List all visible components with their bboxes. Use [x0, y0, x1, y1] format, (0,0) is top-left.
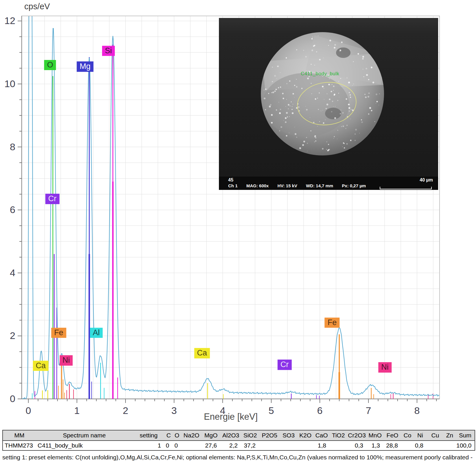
y-tick-label: 8	[10, 141, 15, 152]
table-cell-SiO2: 37,2	[241, 441, 259, 450]
element-label-Ni: Ni	[378, 362, 392, 373]
y-axis-unit-label: cps/eV	[24, 2, 50, 11]
element-label-Fe: Fe	[51, 328, 66, 338]
table-cell-Al2O3: 2,2	[220, 441, 241, 450]
y-tick-label: 6	[10, 204, 15, 215]
table-header-Ni: Ni	[414, 430, 427, 441]
table-cell-K2O	[297, 441, 313, 450]
table-header-MnO: MnO	[367, 430, 383, 441]
table-header-SiO2: SiO2	[241, 430, 259, 441]
table-cell-setting: 1	[133, 441, 165, 450]
table-cell-SO3	[280, 441, 297, 450]
table-cell-Ni: 0,8	[414, 441, 427, 450]
table-header-setting: setting	[133, 430, 165, 441]
element-label-Cr: Cr	[45, 194, 60, 204]
sem-annotation-label: C411_body_bulk	[301, 71, 339, 77]
element-label-Al: Al	[90, 328, 103, 338]
table-cell-MM: THMM273	[3, 441, 36, 450]
y-tick-label: 2	[10, 330, 15, 341]
element-label-Mg: Mg	[77, 61, 93, 72]
table-cell-Spectrum name: C411_body_bulk	[36, 441, 133, 450]
table-header-Na2O: Na2O	[181, 430, 202, 441]
sem-working-distance: WD: 14,7 mm	[306, 183, 333, 188]
table-header-FeO: FeO	[383, 430, 401, 441]
y-tick-label: 4	[10, 267, 15, 278]
table-cell-CaO: 1,8	[313, 441, 330, 450]
scale-bar-label: 40 µm	[420, 177, 433, 183]
table-header-MM: MM	[3, 430, 36, 441]
element-label-Cr: Cr	[278, 360, 292, 370]
table-cell-TiO2	[330, 441, 347, 450]
element-label-Ca: Ca	[33, 361, 49, 371]
table-cell-Cr2O3: 0,3	[347, 441, 367, 450]
table-header-CaO: CaO	[313, 430, 330, 441]
table-cell-P2O5	[259, 441, 280, 450]
table-header-Cr2O3: Cr2O3	[347, 430, 367, 441]
table-header-K2O: K2O	[297, 430, 313, 441]
table-row: THMM273C411_body_bulk10027,62,237,21,80,…	[3, 441, 475, 450]
table-cell-C: 0	[165, 441, 173, 450]
sem-frame-number: 45	[228, 177, 233, 183]
sem-channel: Ch 1	[228, 183, 238, 188]
y-tick-label: 12	[4, 15, 15, 26]
table-footnote: setting 1: preset elements: C(not unfold…	[2, 454, 474, 462]
table-header-Sum: Sum	[456, 430, 475, 441]
element-label-Ni: Ni	[60, 355, 73, 366]
table-header-Al2O3: Al2O3	[220, 430, 241, 441]
table-cell-MnO: 1,3	[367, 441, 383, 450]
sem-inset: C411_body_bulk 45 Ch 1 MAG: 600x HV: 15 …	[219, 18, 438, 190]
table-cell-Co	[401, 441, 414, 450]
table-header-MgO: MgO	[202, 430, 220, 441]
sem-magnification: MAG: 600x	[246, 183, 269, 188]
table-cell-Sum: 100,0	[456, 441, 475, 450]
table-header-Spectrum name: Spectrum name	[36, 430, 133, 441]
table-header-Co: Co	[401, 430, 414, 441]
table-cell-FeO: 28,8	[383, 441, 401, 450]
table-header-P2O5: P2O5	[259, 430, 280, 441]
element-label-Si: Si	[102, 46, 115, 56]
sem-pixel-size: Px: 0,27 µm	[342, 183, 366, 188]
table-cell-Na2O	[181, 441, 202, 450]
element-label-Fe: Fe	[325, 318, 340, 328]
table-header-O: O	[173, 430, 181, 441]
element-label-Ca: Ca	[194, 348, 210, 358]
table-header-TiO2: TiO2	[330, 430, 347, 441]
table-header-SO3: SO3	[280, 430, 297, 441]
table-cell-O: 0	[173, 441, 181, 450]
scale-bar	[380, 187, 432, 189]
table-cell-MgO: 27,6	[202, 441, 220, 450]
eds-analysis-figure: cps/eV 012345678024681012 OMgSiCrFeCaNiA…	[0, 0, 476, 462]
x-axis-title: Energie [keV]	[0, 412, 462, 422]
table-header-Zn: Zn	[444, 430, 456, 441]
table-header-row: MMSpectrum namesettingCONa2OMgOAl2O3SiO2…	[3, 430, 475, 441]
table-header-C: C	[165, 430, 173, 441]
composition-table: MMSpectrum namesettingCONa2OMgOAl2O3SiO2…	[2, 430, 475, 451]
sem-high-voltage: HV: 15 kV	[277, 183, 297, 188]
y-tick-label: 10	[4, 78, 15, 89]
sem-metadata-line: Ch 1 MAG: 600x HV: 15 kV WD: 14,7 mm Px:…	[228, 183, 373, 188]
table-cell-Zn	[444, 441, 456, 450]
element-label-O: O	[44, 60, 56, 70]
sem-image	[219, 18, 438, 177]
table-header-Cu: Cu	[427, 430, 444, 441]
y-tick-label: 0	[10, 393, 15, 404]
table-cell-Cu	[427, 441, 444, 450]
